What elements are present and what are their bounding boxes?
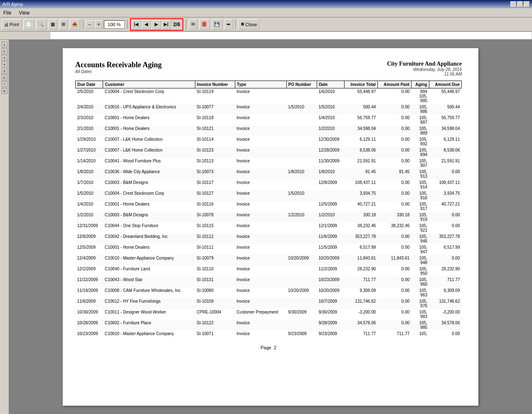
zoom-out-button[interactable]: −: [86, 20, 94, 29]
export-icon: 📤: [72, 22, 78, 27]
table-icon: ▦: [51, 22, 55, 27]
sidebar-marker-1: 1: [2, 42, 7, 47]
window-title: A/R Aging: [2, 2, 23, 7]
close-icon: ✖: [241, 22, 244, 27]
sidebar-marker-4: 4: [2, 61, 7, 67]
find-button[interactable]: 🔍: [36, 19, 47, 30]
content-area: Accounts Receivable Aging All Dates City…: [9, 40, 532, 414]
left-sidebar: 1 2 3 4 5 6 7 8: [0, 40, 9, 414]
layout-icon: ⊞: [62, 22, 65, 27]
separator-4: [235, 20, 236, 29]
ruler: [0, 32, 532, 40]
sidebar-marker-8: 8: [2, 88, 7, 94]
pdf-button[interactable]: 📕: [199, 19, 210, 30]
email-button[interactable]: ✉: [189, 19, 197, 30]
col-aging: Aging: [411, 81, 429, 88]
last-page-button[interactable]: ▶|: [162, 20, 171, 29]
navigation-group: |◀ ◀ ▶ ▶| 2/6: [130, 18, 184, 31]
save-button[interactable]: 💾: [212, 19, 222, 30]
zoom-input[interactable]: [104, 20, 125, 29]
print-icon: 🖨: [4, 22, 9, 27]
prev-page-button[interactable]: ◀: [142, 20, 151, 29]
maximize-button[interactable]: □: [517, 1, 523, 7]
print-button[interactable]: 🖨 Print: [2, 19, 22, 30]
title-bar-buttons: _ □ ×: [510, 1, 530, 7]
col-amount-paid: Amount Paid: [377, 81, 411, 88]
main-layout: 1 2 3 4 5 6 7 8 Accounts Receivable Agin…: [0, 40, 532, 414]
col-customer: Customer: [103, 81, 195, 88]
menu-file[interactable]: File: [2, 9, 13, 17]
next-page-button[interactable]: ▶: [152, 20, 161, 29]
email-icon: ✉: [191, 22, 195, 27]
sidebar-marker-5: 5: [2, 68, 7, 74]
minimize-button[interactable]: _: [510, 1, 516, 7]
table-row: 10/30/2009C10011 - Designer Wood WorkerC…: [76, 309, 462, 320]
table-button[interactable]: ▦: [48, 19, 57, 30]
report-title: Accounts Receivable Aging: [75, 61, 162, 69]
table-row: 1/4/2010C10001 - Home DealersSI-10116Inv…: [76, 201, 462, 212]
col-type: Type: [235, 81, 286, 88]
table-row: 12/4/2009C10010 - Master Appliance Compa…: [76, 255, 462, 266]
table-row: 2/1/2010C10001 - Home DealersSI-10121Inv…: [76, 125, 462, 136]
menu-bar: File View: [0, 8, 532, 17]
report-subtitle: All Dates: [75, 69, 162, 74]
send-icon: ➡: [227, 22, 230, 27]
company-info: City Furniture And Appliance Wednesday, …: [387, 61, 462, 76]
company-name: City Furniture And Appliance: [387, 61, 462, 67]
menu-view[interactable]: View: [17, 9, 31, 17]
separator-3: [186, 20, 186, 29]
report-table: Due Date Customer Invoice Number Type PO…: [75, 81, 462, 337]
table-row: 12/2/2009C10040 - Furniture LandSI-10110…: [76, 266, 462, 277]
first-page-button[interactable]: |◀: [132, 20, 141, 29]
col-amount-due: Amount Due: [429, 81, 461, 88]
table-row: 12/31/2009C10044 - One Stop FurnitureSI-…: [76, 223, 462, 233]
page-indicator: 2/6: [172, 22, 182, 27]
col-due-date: Due Date: [76, 81, 103, 88]
send-button[interactable]: ➡: [224, 19, 233, 30]
sidebar-marker-3: 3: [2, 55, 7, 61]
page-number: 2: [274, 345, 276, 350]
export-button[interactable]: 📤: [69, 19, 80, 30]
table-row: 12/5/2009C10001 - Home DealersSI-10111In…: [76, 244, 462, 255]
col-po-number: PO Number: [286, 81, 317, 88]
table-row: 2/3/2010C10001 - Home DealersSI-10118Inv…: [76, 115, 462, 125]
table-row: 1/2/2010C10003 - B&M DesignsSI-10078Invo…: [76, 212, 462, 223]
table-row: 11/22/2009C10043 - Wood StarSI-10131Invo…: [76, 277, 462, 287]
find-icon: 🔍: [38, 22, 44, 27]
table-row: 1/5/2010C10004 - Crest Stockroom CorpSI-…: [76, 190, 462, 201]
page-label: Page: [261, 345, 271, 350]
table-row: 2/4/2010C10016 - UPS Appliance & Electro…: [76, 104, 462, 115]
col-invoice-total: Invoice Total: [345, 81, 377, 88]
table-row: 10/28/2009C10002 - Furniture PlaceSI-101…: [76, 320, 462, 331]
report-page: Accounts Receivable Aging All Dates City…: [63, 48, 478, 406]
separator-2: [127, 20, 128, 29]
toolbar: 🖨 Print 📄 🔍 ▦ ⊞ 📤 − + |◀ ◀ ▶ ▶| 2/6 ✉ 📕: [0, 17, 532, 32]
table-row: 12/6/2009C10042 - Dreamland Bedding, Inc…: [76, 233, 462, 244]
ruler-scale: [50, 32, 532, 39]
save-icon: 💾: [214, 22, 220, 27]
sidebar-marker-7: 7: [2, 81, 7, 87]
close-button[interactable]: ✖ Close: [238, 19, 259, 30]
page-footer: Page 2: [75, 345, 462, 350]
close-window-button[interactable]: ×: [524, 1, 530, 7]
title-bar: A/R Aging _ □ ×: [0, 0, 532, 8]
col-date: Date: [317, 81, 344, 88]
table-row: 1/14/2010C10041 - Wood Furniture PlusSI-…: [76, 158, 462, 169]
report-header: Accounts Receivable Aging All Dates City…: [75, 61, 462, 76]
layout-button[interactable]: ⊞: [59, 19, 68, 30]
table-row: 11/6/2009C10012 - HY Fine FurnishingsSI-…: [76, 298, 462, 309]
table-row: 11/19/2009C10008 - CAM Furniture Wholesa…: [76, 287, 462, 298]
table-row: 1/27/2010C10007 - L&K Home CollectionSI-…: [76, 147, 462, 158]
preview-button[interactable]: 📄: [23, 19, 34, 30]
report-date: Wednesday, July 28, 2016: [387, 67, 462, 72]
table-row: 1/29/2010C10007 - L&K Home CollectionSI-…: [76, 136, 462, 147]
table-row: 1/8/2010C10036 - Wide City ApplianceSI-1…: [76, 169, 462, 179]
report-time: 11:56 AM: [387, 72, 462, 76]
col-invoice-number: Invoice Number: [195, 81, 235, 88]
separator-1: [83, 20, 83, 29]
pdf-icon: 📕: [202, 22, 207, 27]
zoom-in-button[interactable]: +: [95, 20, 103, 29]
table-row: 10/23/2009C10010 - Master Appliance Comp…: [76, 331, 462, 337]
zoom-control: − +: [86, 20, 125, 29]
sidebar-marker-6: 6: [2, 75, 7, 81]
